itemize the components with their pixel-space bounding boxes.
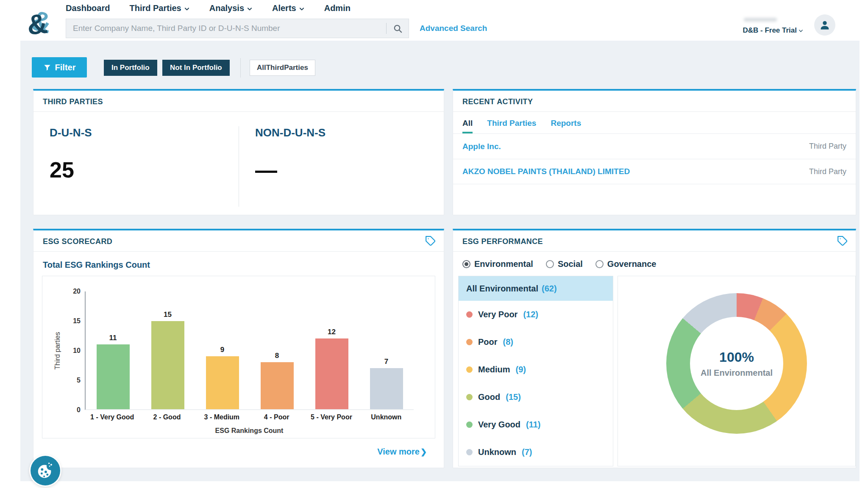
advanced-search-link[interactable]: Advanced Search — [420, 24, 487, 33]
bar-plot-area: 11 15 9 8 12 7 — [85, 291, 414, 410]
esg-rankings-bar-chart: Third parties 20 15 10 5 0 11 15 9 8 12 … — [42, 276, 435, 438]
bar-column: 9 — [195, 291, 250, 409]
bar-value-label: 8 — [275, 352, 279, 360]
tag-button[interactable] — [837, 236, 848, 248]
activity-company-link[interactable]: Apple Inc. — [462, 142, 501, 151]
bar-value-label: 7 — [384, 358, 388, 366]
tab-reports[interactable]: Reports — [551, 119, 581, 133]
user-avatar[interactable] — [814, 14, 835, 36]
non-duns-stat: NON-D-U-N-S — — [239, 126, 444, 207]
nav-dashboard[interactable]: Dashboard — [66, 3, 110, 13]
non-duns-label: NON-D-U-N-S — [255, 126, 444, 139]
donut-chart-panel: 100% All Environmental — [618, 276, 856, 466]
legend-count: (8) — [503, 337, 513, 347]
duns-stat: D-U-N-S 25 — [33, 126, 239, 207]
nav-alerts[interactable]: Alerts — [272, 3, 305, 13]
bar-good[interactable] — [151, 321, 184, 410]
nav-third-parties[interactable]: Third Parties — [129, 3, 189, 13]
legend-item-very-good[interactable]: Very Good(11) — [459, 411, 613, 438]
category-label: 5 - Very Poor — [304, 413, 359, 421]
bar-poor[interactable] — [261, 362, 294, 409]
donut-center-value: 100% — [719, 349, 754, 365]
radio-environmental[interactable]: Environmental — [462, 259, 533, 269]
legend-item-good[interactable]: Good(15) — [459, 383, 613, 411]
chevron-right-icon: ❯ — [420, 447, 427, 457]
search-icon — [393, 24, 403, 33]
tag-icon — [837, 236, 848, 247]
bar-value-label: 9 — [220, 346, 224, 354]
filter-button[interactable]: Filter — [32, 57, 87, 78]
legend-item-poor[interactable]: Poor(8) — [459, 328, 613, 356]
legend-item-medium[interactable]: Medium(9) — [459, 356, 613, 383]
legend-item-unknown[interactable]: Unknown(7) — [459, 438, 613, 466]
tag-button[interactable] — [425, 236, 436, 248]
donut-center: 100% All Environmental — [666, 293, 807, 434]
esg-performance-title: ESG PERFORMANCE — [453, 230, 856, 252]
view-more-link[interactable]: View more❯ — [377, 447, 427, 457]
funnel-icon — [43, 64, 51, 72]
bar-column: 7 — [359, 291, 414, 409]
legend-label: Very Good — [478, 420, 520, 430]
radio-governance-label: Governance — [607, 259, 657, 269]
radio-social[interactable]: Social — [546, 259, 583, 269]
esg-legend-panel: All Environmental (62) Very Poor(12) Poo… — [458, 276, 613, 466]
nav-analysis[interactable]: Analysis — [209, 3, 253, 13]
third-parties-title: THIRD PARTIES — [33, 91, 444, 112]
dnb-ampersand-logo[interactable]: & & — [25, 6, 60, 42]
category-label: 1 - Very Good — [85, 413, 139, 421]
radio-governance[interactable]: Governance — [595, 259, 657, 269]
search-button[interactable] — [387, 19, 409, 38]
legend-count: (15) — [506, 392, 521, 402]
nav-admin-label: Admin — [324, 3, 351, 13]
radio-social-label: Social — [558, 259, 583, 269]
radio-circle-icon — [462, 260, 470, 268]
legend-count: (9) — [516, 365, 526, 374]
radio-environmental-label: Environmental — [474, 259, 533, 269]
cookie-icon — [36, 461, 55, 480]
filter-divider — [240, 58, 241, 78]
nav-dashboard-label: Dashboard — [66, 3, 110, 13]
bar-medium[interactable] — [206, 356, 239, 409]
all-third-parties-chip[interactable]: AllThirdParties — [250, 60, 315, 76]
account-menu-label: D&B - Free Trial — [743, 26, 797, 35]
activity-company-link[interactable]: AKZO NOBEL PAINTS (THAILAND) LIMITED — [462, 167, 630, 176]
chevron-down-icon — [184, 6, 190, 12]
duns-label: D-U-N-S — [50, 126, 239, 139]
all-environmental-row[interactable]: All Environmental (62) — [459, 276, 613, 301]
nav-analysis-label: Analysis — [209, 3, 244, 13]
legend-dot-icon — [466, 394, 473, 400]
bar-unknown[interactable] — [370, 368, 403, 409]
recent-activity-tabs: All Third Parties Reports — [462, 119, 846, 133]
not-in-portfolio-button[interactable]: Not In Portfolio — [162, 60, 230, 76]
radio-circle-icon — [546, 260, 554, 268]
esg-scorecard-title: ESG SCORECARD — [33, 230, 444, 252]
x-axis-category-labels: 1 - Very Good 2 - Good 3 - Medium 4 - Po… — [85, 413, 414, 421]
logo-glyph-front: & — [26, 9, 49, 39]
tab-third-parties[interactable]: Third Parties — [487, 119, 536, 133]
account-menu[interactable]: D&B - Free Trial — [743, 26, 804, 35]
legend-count: (11) — [526, 420, 540, 430]
redacted-username — [744, 18, 777, 22]
esg-donut-chart[interactable]: 100% All Environmental — [666, 293, 807, 434]
tab-all[interactable]: All — [462, 119, 473, 133]
donut-center-label: All Environmental — [701, 368, 773, 378]
all-environmental-count: (62) — [542, 284, 557, 294]
chevron-down-icon — [247, 6, 253, 12]
bar-very-poor[interactable] — [315, 338, 348, 409]
cookie-consent-button[interactable] — [31, 456, 60, 485]
esg-dimension-radio-group: Environmental Social Governance — [453, 252, 856, 275]
legend-label: Very Poor — [478, 310, 517, 319]
y-axis-ticks: 20 15 10 5 0 — [64, 291, 81, 410]
primary-nav: Dashboard Third Parties Analysis Alerts … — [66, 3, 351, 13]
activity-row: Apple Inc. Third Party — [453, 133, 856, 159]
legend-item-very-poor[interactable]: Very Poor(12) — [459, 301, 613, 328]
chevron-down-icon — [299, 6, 305, 12]
non-duns-value: — — [255, 157, 444, 183]
recent-activity-card: RECENT ACTIVITY All Third Parties Report… — [453, 89, 856, 215]
bar-very-good[interactable] — [97, 344, 130, 409]
bar-value-label: 11 — [109, 334, 117, 342]
in-portfolio-button[interactable]: In Portfolio — [104, 60, 157, 76]
search-input[interactable] — [66, 19, 386, 38]
esg-performance-card: ESG PERFORMANCE Environmental Social Gov… — [453, 229, 856, 468]
nav-admin[interactable]: Admin — [324, 3, 351, 13]
